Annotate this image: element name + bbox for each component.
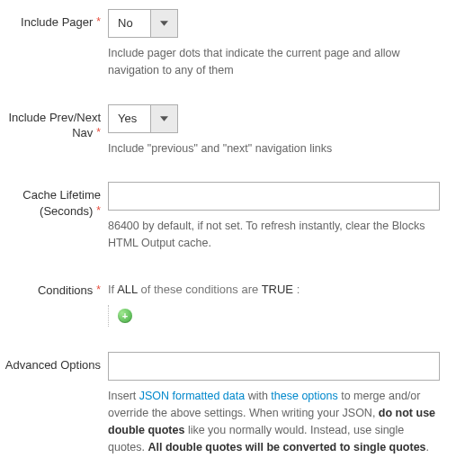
required-asterisk: *: [96, 15, 101, 28]
select-value: No: [109, 10, 150, 37]
include-prevnext-label: Include Prev/Next Nav*: [0, 104, 108, 157]
required-asterisk: *: [96, 204, 101, 217]
cache-lifetime-label: Cache Lifetime (Seconds)*: [0, 182, 108, 252]
chevron-down-icon[interactable]: [150, 105, 177, 132]
include-prevnext-select[interactable]: Yes: [108, 104, 178, 133]
chevron-down-icon[interactable]: [150, 10, 177, 37]
required-asterisk: *: [96, 126, 101, 139]
include-pager-note: Include pager dots that indicate the cur…: [108, 45, 440, 79]
include-pager-label: Include Pager*: [0, 9, 108, 79]
include-prevnext-note: Include "previous" and "next" navigation…: [108, 140, 440, 157]
conditions-sentence: If ALL of these conditions are TRUE :: [108, 277, 440, 296]
conditions-all-link[interactable]: ALL: [117, 283, 138, 296]
these-options-link[interactable]: these options: [271, 390, 337, 402]
cache-lifetime-input[interactable]: [108, 182, 440, 211]
conditions-true-link[interactable]: TRUE: [262, 283, 293, 296]
conditions-label: Conditions*: [0, 277, 108, 328]
json-formatted-data-link[interactable]: JSON formatted data: [139, 390, 245, 402]
required-asterisk: *: [96, 283, 101, 296]
include-pager-select[interactable]: No: [108, 9, 178, 38]
select-value: Yes: [109, 105, 150, 132]
advanced-options-input[interactable]: [108, 352, 440, 381]
add-condition-icon[interactable]: [118, 309, 132, 323]
cache-lifetime-note: 86400 by default, if not set. To refresh…: [108, 218, 440, 252]
advanced-options-note: Insert JSON formatted data with these op…: [108, 388, 440, 455]
advanced-options-label: Advanced Options: [0, 352, 108, 455]
